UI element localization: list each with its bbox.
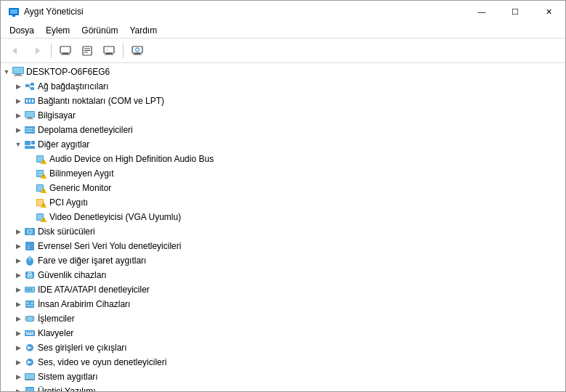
svg-rect-86 [27, 317, 33, 321]
audio-expander [24, 153, 36, 165]
warning-unknown-icon: ! [36, 168, 47, 179]
svg-rect-107 [26, 388, 33, 390]
tree-item-bilinmeyen[interactable]: ! Bilinmeyen Aygıt [1, 166, 565, 181]
toolbar-separator-1 [51, 44, 52, 58]
svg-rect-14 [105, 54, 113, 54]
tree-item-ide[interactable]: ▶ IDE ATA/ATAPI denetleyiciler [1, 282, 565, 297]
ag-expander[interactable]: ▶ [12, 81, 24, 92]
root-label: DESKTOP-O6F6EG6 [26, 67, 110, 77]
disk-expander[interactable]: ▶ [12, 226, 24, 237]
hid-icon [24, 298, 36, 310]
ide-icon [24, 284, 36, 295]
pci-expander [24, 197, 36, 208]
menu-dosya[interactable]: Dosya [4, 24, 40, 37]
disk-label: Disk sürücüleri [38, 226, 95, 237]
processor-icon [24, 313, 36, 324]
root-computer-icon [12, 66, 24, 78]
tree-item-diger[interactable]: ▼ Diğer aygıtlar [1, 137, 565, 152]
warning-pci-icon: ! [36, 197, 47, 208]
tree-item-ses-giris[interactable]: ▶ Ses girişleri ve çıkışları [1, 340, 565, 355]
bilgisayar-label: Bilgisayar [38, 110, 76, 121]
svg-rect-5 [60, 46, 70, 53]
evrensel-label: Evrensel Seri Veri Yolu denetleyicileri [38, 241, 181, 251]
tree-item-audio[interactable]: ! Audio Device on High Definition Audio … [1, 152, 565, 166]
depolama-expander[interactable]: ▶ [12, 124, 24, 136]
bilinmeyen-expander [24, 168, 36, 179]
tree-item-evrensel[interactable]: ▶ ↕ Evrensel Seri Veri Yolu denetleyicil… [1, 239, 565, 253]
svg-rect-30 [26, 99, 28, 102]
uretici-label: Üretici Yazılımı [38, 386, 96, 391]
sistem-expander[interactable]: ▶ [12, 371, 24, 383]
device-manager-window: Aygıt Yöneticisi — ☐ ✕ Dosya Eylem Görün… [0, 0, 566, 392]
properties-button[interactable] [77, 41, 97, 60]
svg-rect-1 [10, 9, 17, 14]
klavye-expander[interactable]: ▶ [12, 327, 24, 339]
update-driver-button[interactable]: ↑ [99, 41, 119, 60]
ses-video-label: Ses, video ve oyun denetleyicileri [38, 357, 166, 367]
minimize-button[interactable]: — [465, 1, 498, 23]
tree-item-insan[interactable]: ▶ İnsan Arabirim Cihazları [1, 297, 565, 311]
tree-item-klavye[interactable]: ▶ Klavyeler [1, 326, 565, 340]
menu-gorunum[interactable]: Görünüm [76, 24, 124, 37]
warning-video-icon: ! [36, 211, 47, 223]
tree-item-video[interactable]: ! Video Denetleyicisi (VGA Uyumlu) [1, 210, 565, 224]
svg-rect-43 [31, 141, 35, 144]
tree-item-ag[interactable]: ▶ Ağ bağdaştırıcıları [1, 79, 565, 94]
root-expander[interactable]: ▼ [1, 66, 12, 78]
video-expander [24, 211, 36, 223]
device-tree[interactable]: ▼ DESKTOP-O6F6EG6 ▶ [1, 63, 565, 391]
svg-rect-95 [28, 332, 29, 333]
insan-expander[interactable]: ▶ [12, 298, 24, 310]
show-computer-button[interactable] [55, 41, 76, 60]
other-devices-icon [24, 139, 36, 150]
scan-hardware-button[interactable] [127, 41, 147, 60]
system-icon [24, 371, 36, 383]
svg-rect-46 [37, 156, 43, 162]
computer-icon [60, 46, 71, 56]
ses-video-expander[interactable]: ▶ [12, 356, 24, 368]
back-button[interactable] [5, 41, 25, 60]
close-button[interactable]: ✕ [532, 1, 565, 23]
tree-item-uretici[interactable]: ▶ Üretici Yazılımı [1, 384, 565, 391]
islemci-expander[interactable]: ▶ [12, 313, 24, 324]
tree-item-baglanti[interactable]: ▶ Bağlantı noktaları (COM ve LPT) [1, 94, 565, 108]
ses-giris-expander[interactable]: ▶ [12, 342, 24, 354]
menu-yardim[interactable]: Yardım [124, 24, 163, 37]
diger-expander[interactable]: ▼ [12, 139, 24, 150]
tree-item-depolama[interactable]: ▶ Depolama denetleyicileri [1, 123, 565, 137]
computer-icon-sm [24, 110, 36, 121]
audio-video-icon [24, 356, 36, 368]
titlebar-controls: — ☐ ✕ [465, 1, 565, 23]
uretici-expander[interactable]: ▶ [12, 385, 24, 391]
evrensel-expander[interactable]: ▶ [12, 240, 24, 252]
ide-expander[interactable]: ▶ [12, 284, 24, 295]
main-content: ▼ DESKTOP-O6F6EG6 ▶ [1, 63, 565, 391]
tree-item-fare[interactable]: ▶ Fare ve diğer işaret aygıtları [1, 253, 565, 268]
tree-item-sistem[interactable]: ▶ Sistem aygıtları [1, 369, 565, 384]
tree-item-guvenlik[interactable]: ▶ Güvenlik cihazları [1, 268, 565, 282]
svg-rect-7 [61, 54, 70, 54]
guvenlik-expander[interactable]: ▶ [12, 269, 24, 281]
tree-item-pci[interactable]: ! PCI Aygıtı [1, 195, 565, 210]
disk-icon [24, 226, 36, 237]
forward-button[interactable] [27, 41, 47, 60]
baglanti-expander[interactable]: ▶ [12, 95, 24, 107]
svg-rect-78 [26, 288, 28, 291]
bilgisayar-expander[interactable]: ▶ [12, 110, 24, 121]
svg-rect-36 [26, 118, 33, 119]
svg-rect-105 [27, 379, 33, 380]
menu-eylem[interactable]: Eylem [40, 24, 76, 37]
tree-item-disk[interactable]: ▶ Disk sürücüleri [1, 224, 565, 239]
tree-item-bilgisayar[interactable]: ▶ Bilgisayar [1, 108, 565, 123]
maximize-button[interactable]: ☐ [498, 1, 532, 23]
tree-item-ses-video[interactable]: ▶ Ses, video ve oyun denetleyicileri [1, 355, 565, 369]
svg-rect-94 [25, 332, 27, 333]
tree-item-generic-monitor[interactable]: ! Generic Monitor [1, 181, 565, 195]
svg-rect-16 [132, 46, 142, 53]
svg-rect-84 [26, 305, 33, 306]
fare-expander[interactable]: ▶ [12, 255, 24, 266]
tree-item-islemci[interactable]: ▶ İşlemciler [1, 311, 565, 326]
scan-icon [132, 46, 143, 56]
svg-rect-22 [15, 74, 21, 75]
tree-root[interactable]: ▼ DESKTOP-O6F6EG6 [1, 65, 565, 79]
